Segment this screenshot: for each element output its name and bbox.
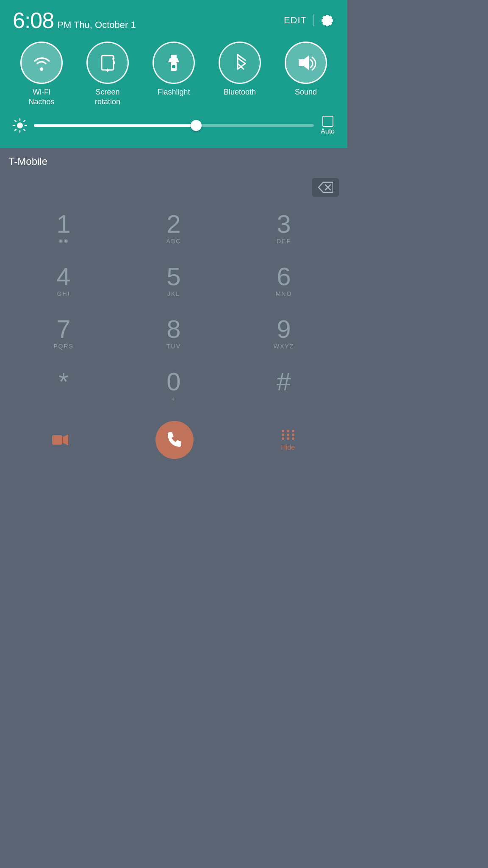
time-date: 6:08 PM Thu, October 1: [13, 8, 136, 33]
wifi-circle: [20, 42, 63, 84]
hide-label: Hide: [281, 444, 295, 451]
svg-rect-1: [171, 55, 177, 58]
svg-point-21: [292, 430, 294, 432]
hide-keypad-icon: [280, 428, 296, 441]
key-1[interactable]: 1 ◉◉: [8, 202, 119, 255]
brightness-fill: [34, 124, 196, 127]
status-bar: 6:08 PM Thu, October 1 EDIT: [8, 0, 339, 37]
key-4[interactable]: 4 GHI: [8, 255, 119, 307]
svg-line-13: [24, 120, 25, 122]
key-hash[interactable]: #: [229, 360, 339, 412]
svg-rect-0: [102, 56, 114, 70]
svg-line-11: [15, 120, 16, 122]
video-icon: [52, 434, 69, 446]
svg-point-20: [287, 430, 289, 432]
screen-rotation-circle: [86, 42, 129, 84]
key-7[interactable]: 7 PQRS: [8, 307, 119, 360]
svg-point-25: [282, 437, 284, 440]
toggle-screen-rotation[interactable]: Screenrotation: [80, 42, 135, 107]
svg-point-6: [17, 122, 23, 128]
svg-point-19: [282, 430, 284, 432]
key-5[interactable]: 5 JKL: [119, 255, 229, 307]
dialer: 1 ◉◉ 2 ABC 3 DEF 4 GHI 5 JKL 6 MNO 7 PQR…: [0, 172, 347, 472]
svg-point-24: [292, 434, 294, 436]
keypad: 1 ◉◉ 2 ABC 3 DEF 4 GHI 5 JKL 6 MNO 7 PQR…: [0, 202, 347, 412]
sound-label: Sound: [295, 87, 317, 97]
brightness-icon: [13, 118, 27, 133]
svg-point-3: [172, 65, 175, 68]
brightness-row: Auto: [8, 111, 339, 139]
status-right: EDIT: [284, 14, 335, 27]
toggle-sound[interactable]: Sound: [278, 42, 333, 97]
flashlight-label: Flashlight: [157, 87, 190, 97]
svg-marker-18: [63, 434, 68, 445]
brightness-thumb: [191, 120, 202, 131]
auto-label: Auto: [321, 128, 335, 135]
svg-marker-5: [299, 56, 309, 70]
clock-period-date: PM Thu, October 1: [57, 19, 136, 31]
key-2[interactable]: 2 ABC: [119, 202, 229, 255]
toggle-flashlight[interactable]: Flashlight: [146, 42, 201, 97]
key-6[interactable]: 6 MNO: [229, 255, 339, 307]
svg-point-27: [292, 437, 294, 440]
svg-point-26: [287, 437, 289, 440]
brightness-slider[interactable]: [34, 124, 314, 127]
settings-icon[interactable]: [321, 14, 335, 27]
key-9[interactable]: 9 WXYZ: [229, 307, 339, 360]
bottom-action-bar: Hide: [0, 412, 347, 472]
edit-button[interactable]: EDIT: [284, 15, 307, 26]
video-call-button[interactable]: [52, 434, 69, 446]
svg-rect-17: [52, 435, 62, 445]
screen-rotation-label: Screenrotation: [95, 87, 120, 107]
quick-toggles-row: Wi-FiNachos Screenrotation: [8, 37, 339, 111]
backspace-button[interactable]: [312, 178, 339, 197]
svg-line-14: [15, 129, 16, 131]
wifi-label: Wi-FiNachos: [28, 87, 54, 107]
key-0[interactable]: 0 +: [119, 360, 229, 412]
vertical-divider: [313, 14, 314, 26]
quick-settings-panel: 6:08 PM Thu, October 1 EDIT: [0, 0, 347, 148]
key-8[interactable]: 8 TUV: [119, 307, 229, 360]
hide-keypad-button[interactable]: Hide: [280, 428, 296, 451]
auto-brightness-toggle[interactable]: Auto: [321, 116, 335, 135]
svg-point-23: [287, 434, 289, 436]
call-button[interactable]: [155, 421, 194, 459]
toggle-wifi[interactable]: Wi-FiNachos: [14, 42, 69, 107]
carrier-bar: T-Mobile: [0, 148, 347, 172]
auto-checkbox: [322, 116, 333, 127]
sound-circle: [285, 42, 327, 84]
toggle-bluetooth[interactable]: Bluetooth: [212, 42, 267, 97]
key-star[interactable]: *: [8, 360, 119, 412]
bluetooth-label: Bluetooth: [224, 87, 256, 97]
bluetooth-circle: [219, 42, 261, 84]
dialer-display: [0, 172, 347, 202]
svg-line-12: [24, 129, 25, 131]
key-3[interactable]: 3 DEF: [229, 202, 339, 255]
flashlight-circle: [152, 42, 195, 84]
clock-time: 6:08: [13, 8, 54, 33]
carrier-name: T-Mobile: [8, 156, 47, 167]
svg-point-22: [282, 434, 284, 436]
